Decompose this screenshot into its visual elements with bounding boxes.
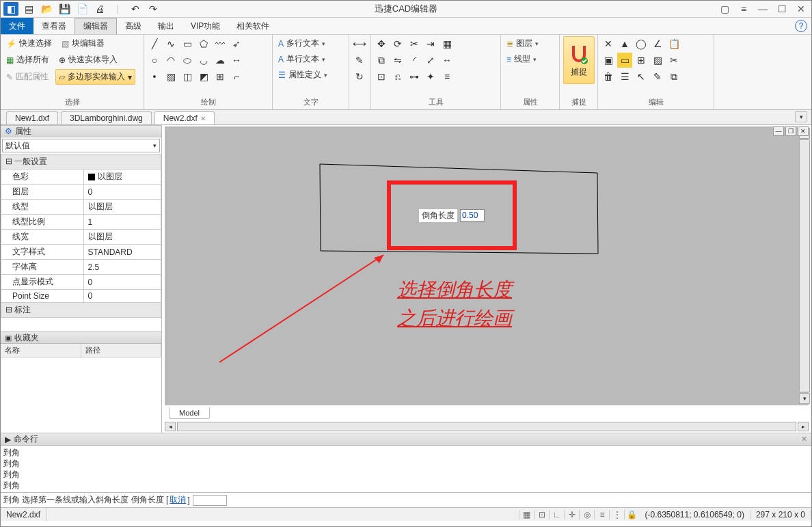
stretch-icon[interactable]: ↔: [439, 53, 455, 68]
menu-file[interactable]: 文件: [1, 18, 33, 34]
scroll-right-icon[interactable]: ▸: [798, 422, 809, 431]
layer-button[interactable]: ≣图层▾: [504, 36, 541, 51]
mtext-button[interactable]: A多行文本▾: [275, 36, 328, 51]
help-icon[interactable]: ?: [795, 20, 807, 32]
menu-icon[interactable]: ≡: [736, 2, 751, 16]
stext-button[interactable]: A单行文本▾: [275, 52, 328, 66]
doc-tab-2[interactable]: 3DLamborghini.dwg: [61, 111, 152, 124]
erase-icon[interactable]: ✕: [601, 36, 616, 51]
edit-poly-icon[interactable]: ∠: [650, 36, 665, 51]
command-input-row[interactable]: 到角 选择第一条线或输入斜角长度 倒角长度 [ 取消 ]: [1, 492, 811, 507]
new-icon[interactable]: ▤: [21, 2, 36, 16]
color-circle-icon[interactable]: ◯: [634, 36, 649, 51]
chamfer-icon[interactable]: ⌐: [229, 69, 244, 84]
model-tab[interactable]: Model: [169, 407, 210, 419]
status-snap-icon[interactable]: ⊡: [534, 510, 549, 519]
status-osnap-icon[interactable]: ◎: [579, 510, 594, 519]
close-icon[interactable]: ✕: [200, 115, 206, 122]
fillet-icon[interactable]: ◜: [407, 53, 422, 68]
dim-linear-icon[interactable]: ⟷: [352, 36, 367, 51]
move-icon[interactable]: ✥: [374, 36, 389, 51]
save-icon[interactable]: 💾: [57, 2, 72, 16]
close-icon[interactable]: ✕: [801, 435, 807, 444]
cut-icon[interactable]: ✂: [666, 53, 681, 68]
offset-icon[interactable]: ⊡: [374, 69, 389, 84]
chamfer-length-input[interactable]: [460, 209, 485, 221]
edit-hatch-icon[interactable]: ▨: [650, 53, 665, 68]
array-icon[interactable]: ▦: [439, 36, 455, 51]
trim-icon[interactable]: ✂: [407, 36, 422, 51]
rotate-icon[interactable]: ⟳: [390, 36, 405, 51]
hatch-icon[interactable]: ▨: [163, 69, 178, 84]
mdi-min-icon[interactable]: —: [773, 126, 784, 136]
menu-advanced[interactable]: 高级: [117, 18, 150, 34]
select-sim-icon[interactable]: ▣: [601, 53, 616, 68]
copy-icon[interactable]: ⧉: [374, 53, 389, 68]
dim-style-icon[interactable]: ✎: [352, 53, 367, 68]
horizontal-scrollbar[interactable]: ◂ ▸: [162, 420, 811, 433]
scroll-down-icon[interactable]: ▾: [799, 393, 810, 404]
explode-icon[interactable]: ✦: [423, 69, 438, 84]
xline-icon[interactable]: ↔: [229, 53, 244, 68]
status-lineweight-icon[interactable]: ≡: [594, 510, 609, 519]
menu-related[interactable]: 相关软件: [228, 18, 278, 34]
polygon-icon[interactable]: ⬠: [196, 36, 211, 51]
arc-icon[interactable]: ◠: [163, 53, 178, 68]
mdi-restore-icon[interactable]: ❐: [785, 126, 796, 136]
minimize-button[interactable]: —: [755, 2, 770, 16]
close-button[interactable]: ✕: [794, 2, 809, 16]
mirror-icon[interactable]: ⇋: [390, 53, 405, 68]
print-icon[interactable]: 🖨: [92, 2, 107, 16]
prop-val[interactable]: 0: [83, 185, 161, 200]
status-dots-icon[interactable]: ⋮: [609, 510, 624, 519]
group-icon[interactable]: ⊞: [634, 53, 649, 68]
edit-text-icon[interactable]: ✎: [650, 69, 665, 84]
undo-icon[interactable]: ↶: [128, 2, 143, 16]
polygon-input-button[interactable]: ▱多边形实体输入▾: [55, 69, 135, 85]
default-value-combo[interactable]: 默认值▾: [2, 139, 160, 152]
paste-icon[interactable]: 📋: [666, 36, 681, 51]
polyline-icon[interactable]: ∿: [163, 36, 178, 51]
block-editor-button[interactable]: ▧块编辑器: [59, 36, 107, 51]
doc-tab-3[interactable]: New2.dxf✕: [154, 111, 215, 124]
command-value-input[interactable]: [193, 495, 227, 506]
status-polar-icon[interactable]: ✛: [564, 510, 579, 519]
prop-val-color[interactable]: 以图层: [83, 170, 161, 185]
doc-tab-1[interactable]: New1.dxf: [6, 111, 58, 124]
align-icon[interactable]: ≡: [439, 69, 455, 84]
ellipse-icon[interactable]: ⬭: [180, 53, 195, 68]
vertical-scrollbar[interactable]: ▴ ▾: [799, 128, 810, 404]
drawing-canvas[interactable]: 倒角长度 选择倒角长度之后进行绘画 ▴ ▾: [165, 126, 809, 405]
rect-icon[interactable]: ▭: [180, 36, 195, 51]
break-icon[interactable]: ⎌: [390, 69, 405, 84]
menu-viewer[interactable]: 查看器: [33, 18, 75, 34]
join-icon[interactable]: ⊶: [407, 69, 422, 84]
draworder-icon[interactable]: ▲: [617, 36, 632, 51]
match-prop-button[interactable]: ✎匹配属性: [3, 69, 51, 85]
linetype-button[interactable]: ≡线型▾: [504, 52, 539, 66]
insert-icon[interactable]: ⊞: [213, 69, 228, 84]
props-icon[interactable]: ☰: [617, 69, 632, 84]
pick-icon[interactable]: ↖: [634, 69, 649, 84]
redo-icon[interactable]: ↷: [146, 2, 161, 16]
mdi-close-icon[interactable]: ✕: [798, 126, 809, 136]
snap-button[interactable]: 捕捉: [563, 36, 595, 84]
menu-editor[interactable]: 编辑器: [75, 18, 117, 34]
maximize-button[interactable]: ☐: [774, 2, 789, 16]
copy-clip-icon[interactable]: ⧉: [666, 69, 681, 84]
scroll-left-icon[interactable]: ◂: [165, 422, 176, 431]
status-lock-icon[interactable]: 🔒: [624, 510, 639, 519]
revision-cloud-icon[interactable]: ☁: [213, 53, 228, 68]
circle-icon[interactable]: ○: [147, 53, 162, 68]
extend-icon[interactable]: ⇥: [423, 36, 438, 51]
fill-yellow-icon[interactable]: ▭: [617, 53, 632, 68]
menu-output[interactable]: 输出: [150, 18, 182, 34]
region-icon[interactable]: ◫: [180, 69, 195, 84]
block-icon[interactable]: ◩: [196, 69, 211, 84]
ellipse-arc-icon[interactable]: ◡: [196, 53, 211, 68]
favorites-header[interactable]: ▣ 收藏夹: [1, 332, 161, 344]
line-icon[interactable]: ╱: [147, 36, 162, 51]
attdef-button[interactable]: ☰属性定义▾: [275, 68, 330, 82]
purge-icon[interactable]: 🗑: [601, 69, 616, 84]
quick-select-button[interactable]: ⚡快速选择: [3, 36, 55, 51]
